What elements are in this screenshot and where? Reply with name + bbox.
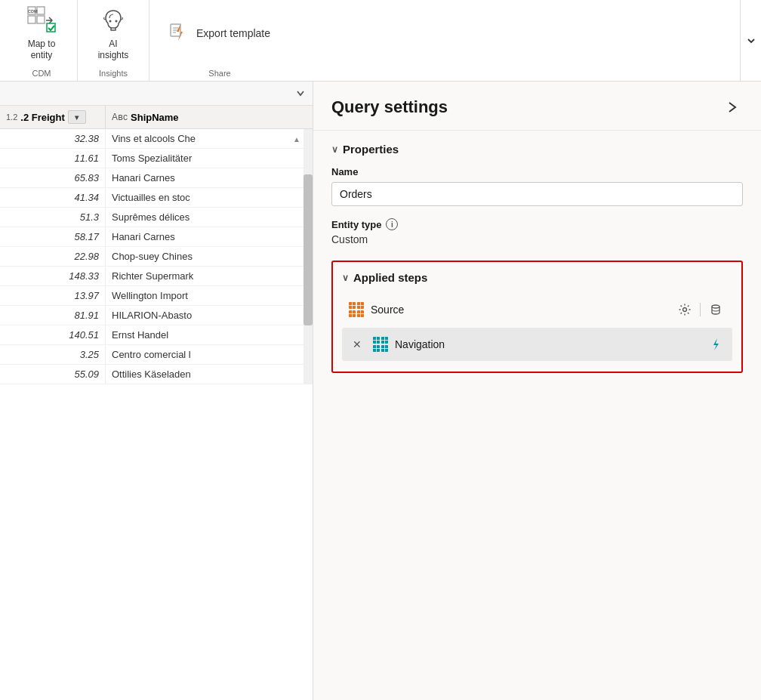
entity-type-row: Entity type i	[331, 218, 743, 230]
applied-steps-section: ∨ Applied steps	[331, 261, 743, 373]
table-row[interactable]: 148.33 Richter Supermark	[0, 267, 313, 286]
insights-ribbon-group: AI insights Insights	[78, 0, 149, 81]
source-step-left: Source	[348, 301, 404, 318]
properties-section-header[interactable]: ∨ Properties	[331, 143, 743, 156]
query-settings-header: Query settings	[313, 82, 761, 131]
shipname-column-header[interactable]: Aʙc ShipName	[106, 106, 313, 128]
freight-column-header[interactable]: 1.2 .2 Freight ▾	[0, 106, 106, 128]
name-input[interactable]	[331, 182, 743, 206]
svg-point-27	[712, 305, 719, 308]
share-ribbon-group: Export template Share	[149, 0, 290, 81]
freight-cell: 22.98	[0, 247, 106, 266]
shipname-cell: Vins et alcools Che	[106, 129, 313, 148]
entity-type-info-icon[interactable]: i	[386, 218, 398, 230]
map-to-entity-label: Map to entity	[28, 39, 56, 60]
table-row[interactable]: 81.91 HILARION-Abasto	[0, 306, 313, 325]
navigation-step-left: ✕	[348, 335, 445, 353]
table-row[interactable]: 41.34 Victuailles en stoc	[0, 188, 313, 208]
freight-cell: 148.33	[0, 267, 106, 285]
table-body: 32.38▲ Vins et alcools Che 11.61 Toms Sp…	[0, 129, 313, 384]
shipname-col-label: ShipName	[131, 112, 179, 123]
collapse-ribbon-button[interactable]	[740, 0, 761, 81]
name-field-label: Name	[331, 166, 743, 177]
freight-col-label: .2 Freight	[20, 112, 65, 123]
navigation-step-icon	[372, 336, 389, 353]
properties-label: Properties	[343, 143, 399, 156]
applied-steps-label: Applied steps	[353, 271, 427, 284]
svg-rect-1	[37, 7, 45, 14]
table-row[interactable]: 140.51 Ernst Handel	[0, 325, 313, 345]
scrollbar-track[interactable]	[303, 129, 313, 384]
ai-insights-icon	[98, 5, 128, 35]
shipname-cell: Hanari Carnes	[106, 227, 313, 246]
map-to-entity-button[interactable]: CDM Map to entity	[15, 1, 68, 65]
shipname-cell: Centro comercial l	[106, 345, 313, 364]
navigation-lightning-button[interactable]	[705, 334, 726, 355]
properties-chevron-icon: ∨	[331, 144, 338, 155]
source-step-icon	[348, 301, 365, 318]
export-template-label: Export template	[196, 27, 270, 39]
source-gear-button[interactable]	[674, 299, 695, 320]
ai-insights-label: AI insights	[98, 39, 129, 60]
ai-insights-button[interactable]: AI insights	[87, 1, 140, 65]
freight-cell: 65.83	[0, 168, 106, 187]
shipname-cell: Hanari Carnes	[106, 168, 313, 187]
svg-text:CDM: CDM	[28, 9, 38, 14]
svg-marker-41	[713, 338, 719, 350]
navigation-step[interactable]: ✕	[342, 328, 732, 361]
freight-cell: 32.38▲	[0, 129, 106, 148]
source-step[interactable]: Source	[342, 293, 732, 326]
right-panel: Query settings ∨ Properties Name Entity …	[313, 82, 761, 700]
shipname-type-icon: Aʙc	[112, 112, 128, 122]
sort-arrow-icon: ▲	[293, 134, 300, 143]
freight-cell: 55.09	[0, 365, 106, 384]
export-template-button[interactable]: Export template	[159, 15, 281, 51]
table-row[interactable]: 65.83 Hanari Carnes	[0, 168, 313, 188]
table-header: 1.2 .2 Freight ▾ Aʙc ShipName	[0, 106, 313, 129]
svg-point-7	[116, 20, 118, 23]
table-row[interactable]: 55.09 Ottilies Käseladen	[0, 365, 313, 384]
svg-rect-2	[28, 16, 35, 23]
insights-group-label: Insights	[78, 69, 149, 78]
entity-type-value: Custom	[331, 233, 743, 245]
map-to-entity-icon: CDM	[26, 5, 57, 35]
source-step-actions	[674, 299, 726, 320]
table-row[interactable]: 51.3 Suprêmes délices	[0, 208, 313, 227]
table-row[interactable]: 58.17 Hanari Carnes	[0, 227, 313, 247]
entity-type-label: Entity type	[331, 219, 381, 230]
shipname-cell: Ottilies Käseladen	[106, 365, 313, 384]
shipname-cell: Richter Supermark	[106, 267, 313, 285]
shipname-cell: Wellington Import	[106, 286, 313, 305]
main-area: 1.2 .2 Freight ▾ Aʙc ShipName 32.38▲ Vin…	[0, 82, 761, 700]
export-template-icon	[169, 21, 190, 45]
table-row[interactable]: 32.38▲ Vins et alcools Che	[0, 129, 313, 149]
freight-cell: 140.51	[0, 325, 106, 344]
applied-steps-header[interactable]: ∨ Applied steps	[342, 271, 732, 284]
settings-body: ∨ Properties Name Entity type i Custom ∨…	[313, 131, 761, 700]
collapse-bar[interactable]	[0, 82, 313, 106]
shipname-cell: Ernst Handel	[106, 325, 313, 344]
source-db-button[interactable]	[705, 299, 726, 320]
shipname-cell: Victuailles en stoc	[106, 188, 313, 207]
shipname-cell: Suprêmes délices	[106, 208, 313, 227]
svg-point-6	[109, 20, 112, 23]
table-row[interactable]: 3.25 Centro comercial l	[0, 345, 313, 365]
scrollbar-thumb[interactable]	[303, 174, 313, 325]
cdm-ribbon-group: CDM Map to entity CDM	[6, 0, 78, 81]
table-row[interactable]: 13.97 Wellington Import	[0, 286, 313, 306]
freight-cell: 11.61	[0, 149, 106, 168]
navigation-step-name: Navigation	[395, 338, 445, 350]
freight-cell: 41.34	[0, 188, 106, 207]
freight-filter-dropdown[interactable]: ▾	[68, 110, 86, 124]
freight-cell: 81.91	[0, 306, 106, 325]
source-step-name: Source	[371, 304, 404, 316]
navigation-step-actions	[705, 334, 726, 355]
navigation-delete-button[interactable]: ✕	[348, 335, 366, 353]
close-panel-button[interactable]	[722, 97, 743, 118]
shipname-cell: Chop-suey Chines	[106, 247, 313, 266]
table-row[interactable]: 22.98 Chop-suey Chines	[0, 247, 313, 267]
step-icon-separator	[700, 303, 701, 316]
table-row[interactable]: 11.61 Toms Spezialitäter	[0, 149, 313, 168]
shipname-cell: HILARION-Abasto	[106, 306, 313, 325]
svg-rect-3	[37, 16, 45, 23]
